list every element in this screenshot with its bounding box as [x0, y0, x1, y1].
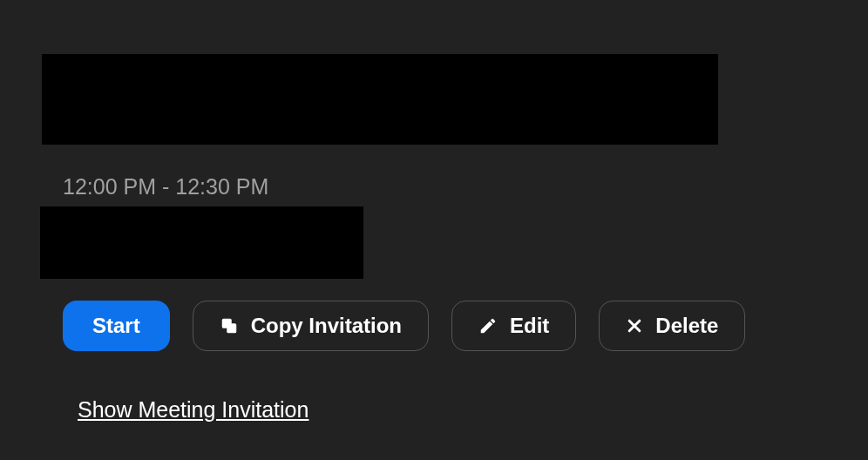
copy-button-label: Copy Invitation [251, 314, 402, 338]
edit-button[interactable]: Edit [451, 301, 576, 351]
pencil-icon [478, 316, 498, 335]
close-icon [626, 317, 643, 335]
delete-button[interactable]: Delete [599, 301, 745, 351]
meeting-title-redacted [42, 54, 718, 145]
delete-button-label: Delete [655, 314, 718, 338]
copy-icon [220, 316, 239, 335]
svg-rect-1 [227, 323, 236, 333]
meeting-time-range: 12:00 PM - 12:30 PM [63, 174, 268, 200]
start-button[interactable]: Start [63, 301, 170, 351]
copy-invitation-button[interactable]: Copy Invitation [193, 301, 429, 351]
start-button-label: Start [92, 314, 140, 338]
action-button-row: Start Copy Invitation Edit Delete [63, 301, 745, 351]
meeting-subinfo-redacted [40, 206, 363, 279]
show-meeting-invitation-link[interactable]: Show Meeting Invitation [78, 397, 309, 423]
edit-button-label: Edit [510, 314, 549, 338]
